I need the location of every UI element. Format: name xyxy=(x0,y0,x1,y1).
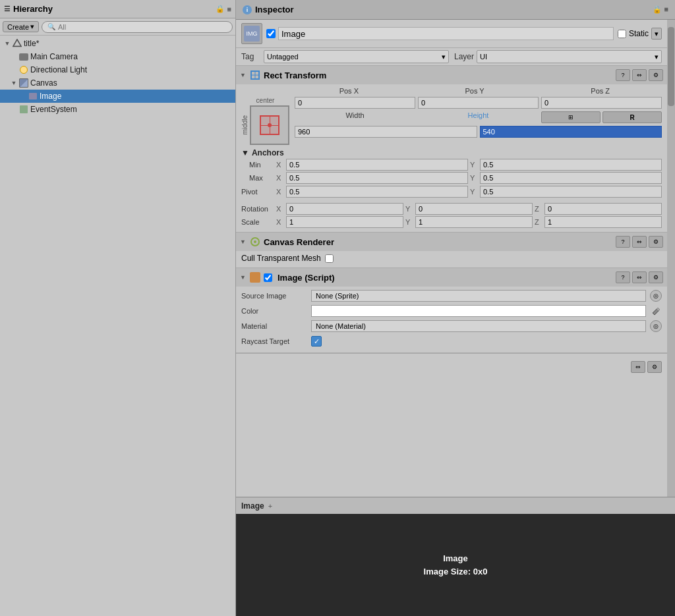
anchors-max-row: Max X Y xyxy=(241,172,662,184)
bottom-settings-btn[interactable] xyxy=(647,361,662,373)
hierarchy-panel: ☰ Hierarchy 🔒 ≡ Create ▾ 🔍 xyxy=(0,0,236,616)
max-y-label: Y xyxy=(470,174,478,182)
search-input[interactable] xyxy=(58,23,227,31)
pos-x-field[interactable] xyxy=(295,97,415,109)
inspector-menu-icon[interactable]: ≡ xyxy=(664,5,668,14)
tag-dropdown[interactable]: Untagged ▾ xyxy=(264,50,449,63)
layer-item: Layer UI ▾ xyxy=(454,50,662,63)
anchor-dot xyxy=(268,123,272,127)
material-value: None (Material) xyxy=(311,320,646,332)
inspector-header-controls: 🔒 ≡ xyxy=(653,5,668,14)
anchor-max-x[interactable] xyxy=(286,172,468,184)
pivot-x-field[interactable] xyxy=(286,186,468,198)
source-image-picker-btn[interactable]: ◎ xyxy=(650,290,662,302)
scale-x-label: X xyxy=(276,218,284,226)
object-active-checkbox[interactable] xyxy=(266,29,276,38)
hierarchy-item-canvas[interactable]: Canvas xyxy=(0,76,235,90)
scale-y-field[interactable] xyxy=(415,216,533,228)
image-hierarchy-icon xyxy=(28,91,38,101)
hierarchy-title: Hierarchy xyxy=(13,4,216,14)
hierarchy-toolbar: Create ▾ 🔍 xyxy=(0,18,235,36)
inspector-scrollbar-thumb[interactable] xyxy=(668,27,674,106)
scale-z-field[interactable] xyxy=(544,216,662,228)
rect-resize-btn[interactable]: ⊞ xyxy=(541,111,601,123)
preview-tab-label[interactable]: Image xyxy=(241,501,264,511)
rect-transform-header[interactable]: ▼ Rect Transform xyxy=(236,66,667,84)
anchors-header[interactable]: ▼ Anchors xyxy=(241,147,662,159)
layer-dropdown[interactable]: UI ▾ xyxy=(477,50,662,63)
min-x-label: X xyxy=(276,161,284,169)
hierarchy-title-bar: ☰ Hierarchy 🔒 ≡ xyxy=(0,0,235,18)
canvas-renderer-header[interactable]: ▼ Canvas Renderer xyxy=(236,233,667,251)
rect-transform-expand-btn[interactable] xyxy=(632,69,647,81)
hierarchy-item-image[interactable]: Image xyxy=(0,90,235,103)
rotation-z-field[interactable] xyxy=(544,203,662,215)
pos-y-header: Pos Y xyxy=(413,87,537,95)
rotation-y-field[interactable] xyxy=(415,203,533,215)
rect-transform-section: ▼ Rect Transform xyxy=(236,66,667,233)
raycast-target-row: Raycast Target ✓ xyxy=(241,335,662,348)
hierarchy-item-eventsystem[interactable]: EventSystem xyxy=(0,103,235,116)
width-field[interactable] xyxy=(295,126,477,138)
rect-transform-btn-group xyxy=(616,69,663,81)
max-label: Max xyxy=(241,174,274,182)
static-checkbox[interactable] xyxy=(618,30,626,38)
image-script-arrow: ▼ xyxy=(240,274,247,281)
height-label[interactable]: Height xyxy=(418,111,539,123)
hierarchy-item-title[interactable]: title* xyxy=(0,37,235,50)
hierarchy-title-label: title* xyxy=(24,39,39,48)
height-field[interactable] xyxy=(480,126,662,138)
rect-transform-settings-btn[interactable] xyxy=(649,69,663,81)
canvas-renderer-settings-btn[interactable] xyxy=(649,236,663,248)
min-label: Min xyxy=(241,161,274,169)
preview-expand-icon[interactable]: + xyxy=(268,502,272,510)
color-preview[interactable] xyxy=(311,305,646,317)
anchor-max-y[interactable] xyxy=(480,172,662,184)
hierarchy-item-main-camera[interactable]: Main Camera xyxy=(0,50,235,63)
create-button[interactable]: Create ▾ xyxy=(3,21,39,32)
tag-layer-row: Tag Untagged ▾ Layer UI ▾ xyxy=(236,48,667,66)
bottom-expand-btn[interactable]: ⇔ xyxy=(631,361,645,373)
canvas-renderer-content: Cull Transparent Mesh xyxy=(236,251,667,267)
hierarchy-menu-icon[interactable]: ≡ xyxy=(227,5,231,13)
color-picker-icon[interactable] xyxy=(650,305,662,317)
hierarchy-item-directional-light[interactable]: Directional Light xyxy=(0,63,235,76)
material-picker-btn[interactable]: ◎ xyxy=(650,320,662,332)
scale-z-label: Z xyxy=(535,218,543,226)
anchor-widget-area: center middle xyxy=(241,97,289,145)
rotation-label: Rotation xyxy=(241,205,274,213)
rect-transform-arrow: ▼ xyxy=(240,72,247,78)
anchor-min-y[interactable] xyxy=(480,159,662,171)
image-script-title: Image (Script) xyxy=(278,273,613,283)
source-image-row: Source Image None (Sprite) ◎ xyxy=(241,289,662,302)
svg-point-5 xyxy=(254,240,256,243)
rot-y-label: Y xyxy=(405,205,413,213)
cull-checkbox[interactable] xyxy=(325,254,334,263)
image-script-expand-btn[interactable] xyxy=(632,271,647,283)
preview-content-area: Image Image Size: 0x0 xyxy=(236,514,675,616)
color-label: Color xyxy=(241,307,307,315)
object-name-input[interactable] xyxy=(278,27,614,40)
pos-y-field[interactable] xyxy=(418,97,539,109)
rect-r-btn[interactable] xyxy=(602,111,662,123)
pos-z-field[interactable] xyxy=(541,97,662,109)
hierarchy-content: title* Main Camera Directional Light xyxy=(0,36,235,616)
width-label: Width xyxy=(295,111,415,123)
static-section: Static ▾ xyxy=(618,28,662,40)
directional-light-icon xyxy=(18,65,29,75)
pivot-y-field[interactable] xyxy=(480,186,662,198)
rotation-x-field[interactable] xyxy=(286,203,403,215)
raycast-checkbox[interactable]: ✓ xyxy=(311,336,322,347)
image-script-help-btn[interactable] xyxy=(616,271,630,283)
image-script-header[interactable]: ▼ Image (Script) xyxy=(236,268,667,287)
rect-transform-help-btn[interactable] xyxy=(616,69,630,81)
image-script-active-checkbox[interactable] xyxy=(264,273,272,282)
anchor-min-x[interactable] xyxy=(286,159,468,171)
scale-x-field[interactable] xyxy=(286,216,403,228)
canvas-renderer-help-btn[interactable] xyxy=(616,236,630,248)
static-dropdown-button[interactable]: ▾ xyxy=(651,28,662,40)
image-script-settings-btn[interactable] xyxy=(649,271,663,283)
canvas-renderer-expand-btn[interactable] xyxy=(632,236,647,248)
anchor-widget[interactable] xyxy=(250,105,289,145)
raycast-label: Raycast Target xyxy=(241,337,307,345)
